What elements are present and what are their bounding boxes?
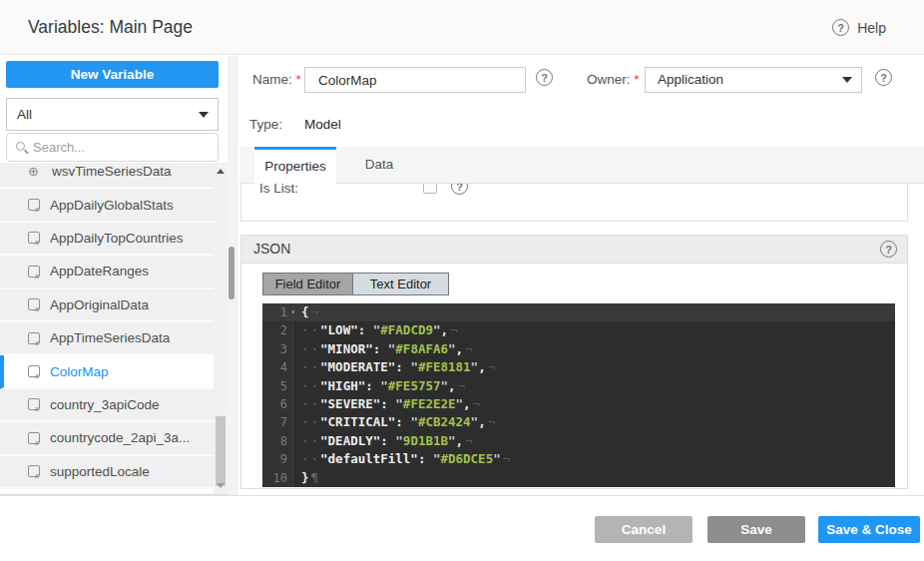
json-panel-header: JSON ? xyxy=(241,236,907,264)
code-line: 5··"HIGH": "#FE5757",¬ xyxy=(262,377,895,395)
owner-help-icon[interactable]: ? xyxy=(875,69,892,86)
code-text: ··"DEADLY": "9D1B1B",¬ xyxy=(293,432,473,450)
owner-dropdown[interactable]: Application xyxy=(645,67,862,93)
variable-filter-dropdown[interactable]: All xyxy=(6,98,219,131)
list-item-label: supportedLocale xyxy=(50,464,150,479)
json-code-editor[interactable]: 1▾{¬2··"LOW": "#FADCD9",¬3··"MINOR": "#F… xyxy=(262,303,895,487)
list-item-label: country_3apiCode xyxy=(50,397,160,412)
is-list-label: Is List: xyxy=(259,184,298,196)
content-scrollbar[interactable] xyxy=(228,56,236,496)
required-marker: * xyxy=(296,72,301,87)
tab-properties[interactable]: Properties xyxy=(254,147,336,185)
name-field[interactable] xyxy=(304,67,526,93)
variable-icon xyxy=(28,199,40,211)
save-close-button[interactable]: Save & Close xyxy=(818,516,920,543)
name-label: Name: * xyxy=(252,72,301,87)
variable-icon xyxy=(28,465,40,477)
list-item[interactable]: countrycode_2api_3a... xyxy=(0,422,214,455)
line-number: 8 xyxy=(262,432,293,450)
line-number: 2 xyxy=(262,321,293,339)
sidebar-scroll-thumb[interactable] xyxy=(216,416,226,486)
list-item[interactable]: AppTimeSeriesData xyxy=(0,322,214,355)
code-line: 1▾{¬ xyxy=(262,303,895,321)
help-label: Help xyxy=(857,20,886,36)
variable-icon xyxy=(28,398,40,410)
scroll-up-icon[interactable] xyxy=(217,169,225,174)
search-input[interactable]: Search... xyxy=(6,133,219,162)
variable-icon xyxy=(28,266,40,278)
help-icon: ? xyxy=(832,19,849,36)
list-item[interactable]: AppDailyTopCountries xyxy=(0,223,214,256)
line-number: 10 xyxy=(262,469,293,487)
content-scroll-thumb[interactable] xyxy=(229,247,234,299)
line-number: 6 xyxy=(262,395,293,413)
code-line: 4··"MODERATE": "#FE8181",¬ xyxy=(262,358,895,376)
scroll-down-icon[interactable] xyxy=(217,483,225,488)
type-label: Type: xyxy=(249,117,282,132)
code-text: }¶ xyxy=(293,469,318,487)
is-list-help-icon[interactable]: ? xyxy=(451,184,468,195)
tab-bar: Properties Data xyxy=(239,147,924,184)
footer-divider xyxy=(0,495,924,496)
code-text: ··"MINOR": "#F8AFA6",¬ xyxy=(293,340,473,358)
new-variable-button[interactable]: New Variable xyxy=(6,61,219,88)
chevron-down-icon xyxy=(842,77,852,83)
json-section-title: JSON xyxy=(253,236,290,263)
line-number: 7 xyxy=(262,413,293,431)
list-item-label: countrycode_2api_3a... xyxy=(50,430,190,445)
list-item[interactable]: ColorMap xyxy=(0,355,214,388)
sidebar-divider xyxy=(236,55,237,496)
code-text: ··"MODERATE": "#FE8181",¬ xyxy=(293,358,495,376)
text-editor-button[interactable]: Text Editor xyxy=(352,274,448,294)
code-text: ··"LOW": "#FADCD9",¬ xyxy=(293,321,458,339)
help-button[interactable]: ? Help xyxy=(832,0,886,55)
line-number: 1▾ xyxy=(262,303,293,321)
code-text: {¬ xyxy=(293,303,318,321)
variable-icon xyxy=(28,365,40,377)
list-item[interactable]: supportedLocale xyxy=(0,456,214,489)
is-list-checkbox[interactable] xyxy=(423,184,437,194)
variable-icon xyxy=(28,298,40,310)
line-number: 4 xyxy=(262,358,293,376)
owner-label: Owner: * xyxy=(587,72,640,87)
list-item[interactable]: ⊕wsvTimeSeriesData xyxy=(0,163,214,189)
code-text: ··"SEVERE": "#FE2E2E",¬ xyxy=(293,395,480,413)
dialog-header: Variables: Main Page ? Help xyxy=(0,0,924,55)
editor-mode-toggle: Field Editor Text Editor xyxy=(262,273,449,295)
list-item[interactable]: AppDateRanges xyxy=(0,256,214,288)
name-help-icon[interactable]: ? xyxy=(536,69,553,86)
list-item[interactable]: country_3apiCode xyxy=(0,389,214,422)
list-item-label: wsvTimeSeriesData xyxy=(52,164,172,179)
variable-icon xyxy=(28,432,40,444)
search-icon xyxy=(16,142,25,151)
owner-value: Application xyxy=(658,68,723,92)
properties-panel: Is List: ? xyxy=(240,184,908,222)
line-number: 3 xyxy=(262,340,293,358)
list-item-label: AppDailyTopCountries xyxy=(50,231,184,246)
list-item-label: AppDailyGlobalStats xyxy=(50,198,174,213)
code-text: ··"HIGH": "#FE5757",¬ xyxy=(293,377,465,395)
variables-dialog: Variables: Main Page ? Help New Variable… xyxy=(0,0,924,561)
save-button[interactable]: Save xyxy=(707,516,805,543)
json-help-icon[interactable]: ? xyxy=(880,241,897,258)
line-number: 5 xyxy=(262,377,293,395)
tab-data[interactable]: Data xyxy=(347,147,411,185)
code-line: 2··"LOW": "#FADCD9",¬ xyxy=(262,321,895,339)
field-editor-button[interactable]: Field Editor xyxy=(263,274,352,294)
line-number: 9 xyxy=(262,450,293,468)
filter-value: All xyxy=(17,99,32,130)
fold-icon[interactable]: ▾ xyxy=(290,303,295,321)
list-item-label: ColorMap xyxy=(50,364,109,379)
chevron-down-icon xyxy=(199,112,209,118)
sidebar-scrollbar[interactable] xyxy=(214,163,228,494)
json-panel: JSON ? Field Editor Text Editor 1▾{¬2··"… xyxy=(240,235,908,489)
list-item[interactable]: AppOriginalData xyxy=(0,289,214,322)
list-item-label: AppOriginalData xyxy=(50,297,149,312)
list-item[interactable]: AppDailyGlobalStats xyxy=(0,189,214,222)
search-placeholder: Search... xyxy=(33,134,85,161)
code-line: 8··"DEADLY": "9D1B1B",¬ xyxy=(262,432,895,450)
variable-icon xyxy=(28,232,40,244)
variable-icon xyxy=(28,332,40,344)
code-text: ··"CRITICAL": "#CB2424",¬ xyxy=(293,413,495,431)
cancel-button[interactable]: Cancel xyxy=(595,516,693,543)
